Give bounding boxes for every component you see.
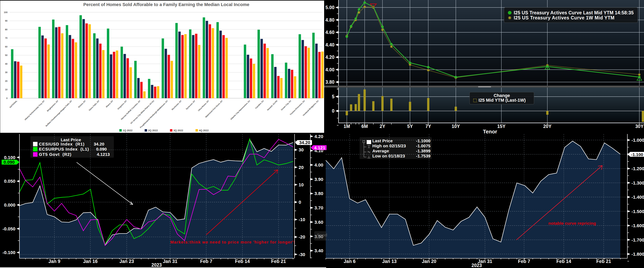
svg-text:20: 20 [298,165,304,170]
svg-text:0.090: 0.090 [4,160,14,165]
svg-text:34.20: 34.20 [299,140,310,145]
svg-text:10Y: 10Y [452,124,460,129]
svg-text:3.40: 3.40 [314,248,323,253]
svg-text:2Y: 2Y [380,124,385,129]
svg-text:-1.000: -1.000 [632,138,644,143]
svg-text:0: 0 [332,108,334,114]
svg-text:4Q 2022: 4Q 2022 [199,129,209,132]
svg-text:90: 90 [5,20,8,22]
svg-text:I25 US Treasury Actives Curve: I25 US Treasury Actives Curve 1W Mid YTM [514,15,614,20]
svg-text:Last Price: Last Price [61,137,81,142]
svg-text:High on 02/15/23: High on 02/15/23 [372,143,406,148]
svg-text:-1.800: -1.800 [632,252,644,257]
svg-text:30Y: 30Y [635,124,644,129]
svg-text:-1.7539: -1.7539 [416,154,430,158]
svg-text:4.20: 4.20 [314,134,323,139]
svg-text:-1.700: -1.700 [632,238,644,243]
svg-text:5: 5 [332,94,334,99]
svg-text:20: 20 [5,80,8,82]
svg-text:3Q 2022: 3Q 2022 [174,129,183,132]
svg-text:-1.500: -1.500 [632,209,644,214]
svg-text:4.80: 4.80 [325,17,334,23]
svg-text:100: 100 [4,11,8,13]
svg-text:-1.400: -1.400 [632,195,644,200]
svg-text:Jan 23: Jan 23 [120,259,134,264]
svg-text:2023: 2023 [151,262,162,268]
svg-text:60: 60 [5,45,8,48]
svg-text:50: 50 [5,54,8,56]
svg-text:5Y: 5Y [407,124,413,129]
svg-text:Change: Change [494,93,510,98]
svg-text:30: 30 [298,147,304,152]
svg-text:15Y: 15Y [497,124,506,129]
svg-text:2Q 2022: 2Q 2022 [148,129,158,132]
svg-text:ECSURPUS Index (L1): ECSURPUS Index (L1) [39,147,89,151]
svg-text:3.80: 3.80 [314,191,323,196]
svg-text:I25 US Treasury Actives Curve: I25 US Treasury Actives Curve Last Mid Y… [514,10,634,15]
svg-text:-1.0075: -1.0075 [416,143,431,148]
svg-text:Jan 31: Jan 31 [163,259,178,264]
svg-text:Percent of Homes Sold Afforabl: Percent of Homes Sold Afforable to a Fam… [83,2,249,7]
svg-text:3.90: 3.90 [314,177,323,182]
svg-text:6M: 6M [362,124,368,129]
svg-text:2023: 2023 [472,263,482,268]
svg-text:Feb 21: Feb 21 [596,259,611,264]
svg-text:-0.050: -0.050 [2,226,16,231]
svg-text:-1.300: -1.300 [632,180,644,186]
svg-text:Low on 01/18/23: Low on 01/18/23 [372,154,405,158]
svg-text:4.1213: 4.1213 [97,152,110,157]
svg-text:I25 Mid YTM (Last-1W): I25 Mid YTM (Last-1W) [478,98,526,103]
svg-text:Jan 9: Jan 9 [48,259,60,264]
svg-text:0.100: 0.100 [4,155,16,160]
svg-text:4.121: 4.121 [314,145,325,150]
svg-text:Feb 7: Feb 7 [518,259,530,264]
svg-text:-1.600: -1.600 [632,223,644,228]
svg-text:4.00: 4.00 [325,67,334,72]
svg-text:Jan 20: Jan 20 [422,259,436,264]
svg-text:Jan 13: Jan 13 [382,259,397,264]
svg-text:0: 0 [298,200,301,205]
svg-text:-0.100: -0.100 [2,250,16,255]
svg-text:-20: -20 [298,235,305,240]
svg-text:-1.200: -1.200 [632,166,644,171]
svg-text:3.70: 3.70 [314,205,323,210]
svg-text:3.60: 3.60 [314,220,323,225]
svg-text:0.050: 0.050 [4,179,16,184]
svg-text:notable curve repricing: notable curve repricing [548,221,596,226]
svg-text:34.20: 34.20 [94,142,104,146]
svg-text:0: 0 [6,97,8,99]
svg-text:Markets:think we need to price: Markets:think we need to price more 'hig… [170,240,295,244]
svg-text:1Q 2022: 1Q 2022 [123,129,132,132]
svg-text:1M: 1M [344,124,350,129]
svg-text:0.090: 0.090 [96,147,107,151]
svg-text:5.00: 5.00 [325,5,334,10]
svg-text:4.20: 4.20 [325,55,334,60]
svg-text:Feb 14: Feb 14 [556,259,571,264]
svg-text:Feb 21: Feb 21 [271,259,286,264]
svg-text:CESIUSD Index (R1): CESIUSD Index (R1) [39,142,85,146]
svg-text:-10: -10 [298,217,305,222]
svg-text:Average: Average [372,148,389,153]
svg-text:Tenor: Tenor [483,129,497,134]
svg-text:30: 30 [5,71,8,74]
svg-text:GT5 Govt (R2): GT5 Govt (R2) [39,152,72,157]
svg-text:Feb 7: Feb 7 [200,259,212,264]
svg-text:-30: -30 [298,252,305,257]
svg-text:Jan 16: Jan 16 [83,259,98,264]
svg-text:10: 10 [298,182,304,187]
svg-text:Jan 6: Jan 6 [344,259,356,264]
svg-text:7Y: 7Y [426,124,431,129]
svg-text:0.000: 0.000 [4,203,16,208]
svg-text:3.80: 3.80 [325,79,334,85]
svg-text:70: 70 [5,37,8,39]
svg-text:80: 80 [5,28,8,31]
svg-text:4.60: 4.60 [325,30,334,35]
svg-text:10: 10 [5,88,8,91]
svg-text:-1.3899: -1.3899 [416,148,430,153]
svg-text:Feb 14: Feb 14 [235,259,250,264]
svg-text:4.00: 4.00 [314,162,323,167]
svg-text:-1.100: -1.100 [631,152,643,157]
svg-text:20Y: 20Y [543,124,552,129]
svg-text:40: 40 [5,63,8,65]
svg-text:Last Price: Last Price [372,138,392,143]
